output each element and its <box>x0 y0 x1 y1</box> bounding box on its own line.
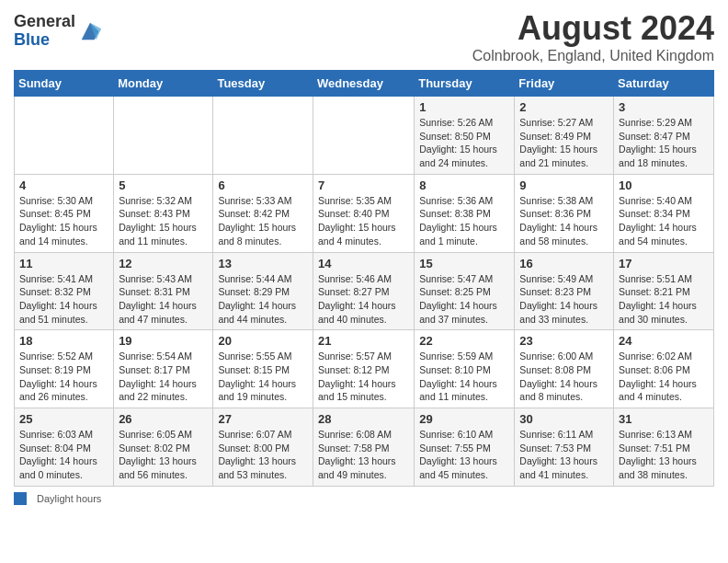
day-info: Sunrise: 5:38 AMSunset: 8:36 PMDaylight:… <box>519 194 609 248</box>
calendar-week-row: 18Sunrise: 5:52 AMSunset: 8:19 PMDayligh… <box>15 330 714 408</box>
calendar-cell <box>213 97 313 175</box>
logo: General Blue <box>14 13 103 50</box>
day-number: 9 <box>519 178 609 192</box>
calendar-cell: 10Sunrise: 5:40 AMSunset: 8:34 PMDayligh… <box>614 174 714 252</box>
day-number: 13 <box>218 257 308 270</box>
legend-color-box <box>14 492 27 505</box>
day-info: Sunrise: 6:07 AMSunset: 8:00 PMDaylight:… <box>218 428 308 482</box>
day-info: Sunrise: 5:29 AMSunset: 8:47 PMDaylight:… <box>619 116 709 170</box>
calendar-cell: 14Sunrise: 5:46 AMSunset: 8:27 PMDayligh… <box>313 252 414 330</box>
day-info: Sunrise: 5:52 AMSunset: 8:19 PMDaylight:… <box>19 350 108 404</box>
day-info: Sunrise: 6:00 AMSunset: 8:08 PMDaylight:… <box>519 350 609 404</box>
footer-legend: Daylight hours <box>14 492 714 505</box>
calendar-cell: 24Sunrise: 6:02 AMSunset: 8:06 PMDayligh… <box>614 330 714 408</box>
day-number: 18 <box>19 334 108 348</box>
calendar-cell: 19Sunrise: 5:54 AMSunset: 8:17 PMDayligh… <box>114 330 213 408</box>
calendar-day-header: Sunday <box>15 71 114 97</box>
calendar-cell: 5Sunrise: 5:32 AMSunset: 8:43 PMDaylight… <box>114 174 213 252</box>
day-info: Sunrise: 6:02 AMSunset: 8:06 PMDaylight:… <box>619 350 709 404</box>
day-info: Sunrise: 5:44 AMSunset: 8:29 PMDaylight:… <box>218 272 308 327</box>
day-info: Sunrise: 5:35 AMSunset: 8:40 PMDaylight:… <box>318 194 409 248</box>
calendar-day-header: Wednesday <box>313 71 414 97</box>
calendar-cell: 6Sunrise: 5:33 AMSunset: 8:42 PMDaylight… <box>213 174 313 252</box>
day-info: Sunrise: 5:30 AMSunset: 8:45 PMDaylight:… <box>19 194 108 248</box>
day-number: 30 <box>519 412 609 426</box>
day-info: Sunrise: 5:54 AMSunset: 8:17 PMDaylight:… <box>119 350 208 404</box>
day-info: Sunrise: 5:32 AMSunset: 8:43 PMDaylight:… <box>119 194 208 248</box>
calendar-cell: 20Sunrise: 5:55 AMSunset: 8:15 PMDayligh… <box>213 330 313 408</box>
logo-icon <box>77 18 103 44</box>
day-number: 5 <box>119 178 208 192</box>
calendar-cell <box>114 97 213 175</box>
calendar-day-header: Saturday <box>614 71 714 97</box>
day-number: 19 <box>119 334 208 348</box>
calendar-cell: 2Sunrise: 5:27 AMSunset: 8:49 PMDaylight… <box>515 97 614 175</box>
day-info: Sunrise: 5:59 AMSunset: 8:10 PMDaylight:… <box>419 350 509 404</box>
day-number: 4 <box>19 178 108 192</box>
calendar-cell: 21Sunrise: 5:57 AMSunset: 8:12 PMDayligh… <box>313 330 414 408</box>
day-info: Sunrise: 6:03 AMSunset: 8:04 PMDaylight:… <box>19 428 108 482</box>
calendar-week-row: 1Sunrise: 5:26 AMSunset: 8:50 PMDaylight… <box>15 97 714 175</box>
location-subtitle: Colnbrook, England, United Kingdom <box>472 48 714 64</box>
day-number: 7 <box>318 178 409 192</box>
calendar-cell: 8Sunrise: 5:36 AMSunset: 8:38 PMDaylight… <box>415 174 515 252</box>
calendar-cell <box>313 97 414 175</box>
calendar-cell: 26Sunrise: 6:05 AMSunset: 8:02 PMDayligh… <box>114 408 213 487</box>
day-number: 3 <box>619 100 709 114</box>
day-number: 22 <box>419 334 509 348</box>
title-block: August 2024 Colnbrook, England, United K… <box>472 9 714 64</box>
calendar-cell: 25Sunrise: 6:03 AMSunset: 8:04 PMDayligh… <box>15 408 114 487</box>
day-number: 21 <box>318 334 409 348</box>
calendar-header-row: SundayMondayTuesdayWednesdayThursdayFrid… <box>15 71 714 97</box>
calendar-cell: 11Sunrise: 5:41 AMSunset: 8:32 PMDayligh… <box>15 252 114 330</box>
calendar-cell: 30Sunrise: 6:11 AMSunset: 7:53 PMDayligh… <box>515 408 614 487</box>
calendar-cell: 15Sunrise: 5:47 AMSunset: 8:25 PMDayligh… <box>415 252 515 330</box>
calendar-week-row: 25Sunrise: 6:03 AMSunset: 8:04 PMDayligh… <box>15 408 714 487</box>
calendar-cell: 17Sunrise: 5:51 AMSunset: 8:21 PMDayligh… <box>614 252 714 330</box>
day-number: 29 <box>419 412 509 426</box>
calendar-cell: 28Sunrise: 6:08 AMSunset: 7:58 PMDayligh… <box>313 408 414 487</box>
calendar-cell: 3Sunrise: 5:29 AMSunset: 8:47 PMDaylight… <box>614 97 714 175</box>
day-info: Sunrise: 5:57 AMSunset: 8:12 PMDaylight:… <box>318 350 409 404</box>
day-info: Sunrise: 6:08 AMSunset: 7:58 PMDaylight:… <box>318 428 409 482</box>
day-info: Sunrise: 5:40 AMSunset: 8:34 PMDaylight:… <box>619 194 709 248</box>
day-info: Sunrise: 5:43 AMSunset: 8:31 PMDaylight:… <box>119 272 208 327</box>
day-number: 12 <box>119 257 208 270</box>
day-info: Sunrise: 6:05 AMSunset: 8:02 PMDaylight:… <box>119 428 208 482</box>
calendar-cell: 16Sunrise: 5:49 AMSunset: 8:23 PMDayligh… <box>515 252 614 330</box>
day-number: 8 <box>419 178 509 192</box>
day-number: 2 <box>519 100 609 114</box>
day-info: Sunrise: 5:36 AMSunset: 8:38 PMDaylight:… <box>419 194 509 248</box>
calendar-cell: 9Sunrise: 5:38 AMSunset: 8:36 PMDaylight… <box>515 174 614 252</box>
calendar-table: SundayMondayTuesdayWednesdayThursdayFrid… <box>14 70 714 487</box>
day-number: 16 <box>519 257 609 270</box>
calendar-cell <box>15 97 114 175</box>
calendar-week-row: 11Sunrise: 5:41 AMSunset: 8:32 PMDayligh… <box>15 252 714 330</box>
day-info: Sunrise: 5:27 AMSunset: 8:49 PMDaylight:… <box>519 116 609 170</box>
calendar-cell: 22Sunrise: 5:59 AMSunset: 8:10 PMDayligh… <box>415 330 515 408</box>
day-number: 17 <box>619 257 709 270</box>
legend-label: Daylight hours <box>37 493 101 504</box>
day-number: 10 <box>619 178 709 192</box>
calendar-cell: 18Sunrise: 5:52 AMSunset: 8:19 PMDayligh… <box>15 330 114 408</box>
day-info: Sunrise: 5:26 AMSunset: 8:50 PMDaylight:… <box>419 116 509 170</box>
day-number: 28 <box>318 412 409 426</box>
logo-blue-text: Blue <box>14 30 50 49</box>
calendar-cell: 31Sunrise: 6:13 AMSunset: 7:51 PMDayligh… <box>614 408 714 487</box>
day-number: 14 <box>318 257 409 270</box>
day-number: 24 <box>619 334 709 348</box>
day-number: 1 <box>419 100 509 114</box>
calendar-cell: 1Sunrise: 5:26 AMSunset: 8:50 PMDaylight… <box>415 97 515 175</box>
day-info: Sunrise: 5:55 AMSunset: 8:15 PMDaylight:… <box>218 350 308 404</box>
day-info: Sunrise: 5:49 AMSunset: 8:23 PMDaylight:… <box>519 272 609 327</box>
day-number: 15 <box>419 257 509 270</box>
calendar-day-header: Friday <box>515 71 614 97</box>
calendar-cell: 29Sunrise: 6:10 AMSunset: 7:55 PMDayligh… <box>415 408 515 487</box>
day-info: Sunrise: 6:13 AMSunset: 7:51 PMDaylight:… <box>619 428 709 482</box>
day-number: 23 <box>519 334 609 348</box>
day-info: Sunrise: 5:46 AMSunset: 8:27 PMDaylight:… <box>318 272 409 327</box>
calendar-cell: 23Sunrise: 6:00 AMSunset: 8:08 PMDayligh… <box>515 330 614 408</box>
calendar-day-header: Thursday <box>415 71 515 97</box>
calendar-cell: 13Sunrise: 5:44 AMSunset: 8:29 PMDayligh… <box>213 252 313 330</box>
day-info: Sunrise: 5:47 AMSunset: 8:25 PMDaylight:… <box>419 272 509 327</box>
